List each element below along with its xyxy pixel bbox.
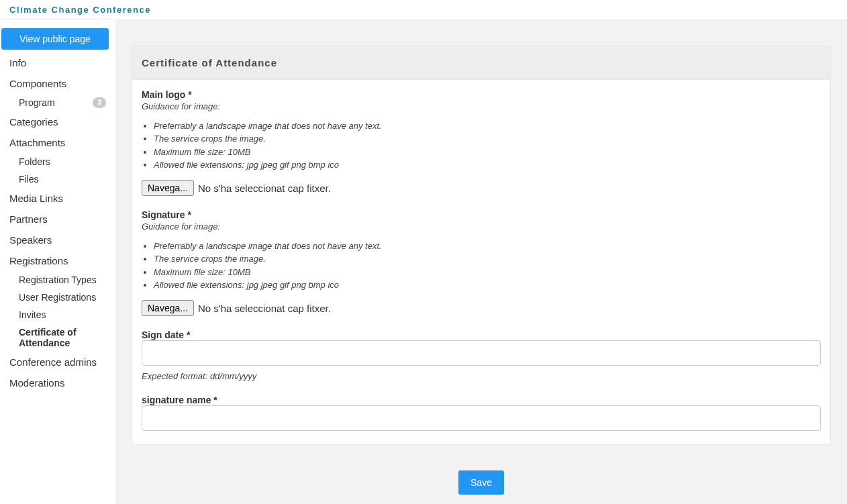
program-badge: 3 [93,97,106,108]
signature-file-status: No s'ha seleccionat cap fitxer. [198,303,331,314]
sign-date-help: Expected format: dd/mm/yyyy [142,371,821,381]
sidebar: View public page Info Components Program… [0,20,115,504]
card-title: Certificate of Attendance [132,46,830,80]
form-actions: Save [132,470,831,495]
sidebar-item-files[interactable]: Files [0,170,115,188]
sidebar-item-user-registrations[interactable]: User Registrations [0,289,115,306]
sidebar-item-registration-types[interactable]: Registration Types [0,271,115,289]
signature-name-label: signature name [142,395,821,405]
required-indicator [211,395,217,405]
signature-file-row: Navega... No s'ha seleccionat cap fitxer… [142,300,821,316]
sidebar-item-components[interactable]: Components [0,73,115,94]
sidebar-item-label: Files [19,174,39,185]
sidebar-item-label: Invites [19,309,46,320]
guidance-item: Preferrably a landscape image that does … [154,121,821,132]
brand-title[interactable]: Climate Change Conference [9,5,151,15]
sidebar-item-partners[interactable]: Partners [0,209,115,230]
sidebar-item-folders[interactable]: Folders [0,153,115,170]
sidebar-item-registrations[interactable]: Registrations [0,250,115,271]
main-logo-file-status: No s'ha seleccionat cap fitxer. [198,183,331,194]
sidebar-item-label: Certificate of Attendance [19,327,106,348]
sidebar-item-certificate-of-attendance[interactable]: Certificate of Attendance [0,323,115,352]
signature-name-group: signature name [142,395,821,431]
sidebar-item-categories[interactable]: Categories [0,111,115,132]
signature-label: Signature [142,209,821,220]
main-logo-guidance-list: Preferrably a landscape image that does … [142,121,821,170]
view-public-page-button[interactable]: View public page [1,28,109,50]
main-content: Certificate of Attendance Main logo Guid… [115,20,847,504]
sign-date-input[interactable] [142,340,821,366]
main-logo-label: Main logo [142,89,821,100]
sidebar-item-conference-admins[interactable]: Conference admins [0,352,115,372]
guidance-item: Allowed file extensions: jpg jpeg gif pn… [154,280,821,291]
required-indicator [185,209,191,220]
sign-date-label: Sign date [142,330,821,340]
signature-group: Signature Guidance for image: Preferrabl… [142,209,821,316]
sidebar-item-label: User Registrations [19,292,96,303]
sidebar-item-program[interactable]: Program 3 [0,94,115,111]
main-logo-group: Main logo Guidance for image: Preferrabl… [142,89,821,196]
sidebar-item-label: Program [19,97,55,108]
topbar: Climate Change Conference [0,0,847,20]
sidebar-nav: Info Components Program 3 Categories Att… [0,52,115,393]
guidance-item: Maximum file size: 10MB [154,267,821,278]
signature-name-input[interactable] [142,405,821,431]
signature-guidance-list: Preferrably a landscape image that does … [142,241,821,291]
sidebar-item-invites[interactable]: Invites [0,306,115,323]
main-logo-file-row: Navega... No s'ha seleccionat cap fitxer… [142,180,821,196]
required-indicator [185,89,191,100]
sidebar-item-moderations[interactable]: Moderations [0,372,115,393]
layout: View public page Info Components Program… [0,20,847,504]
sidebar-item-media-links[interactable]: Media Links [0,188,115,209]
guidance-item: The service crops the image. [154,134,821,144]
signature-browse-button[interactable]: Navega... [142,300,194,316]
card-body: Main logo Guidance for image: Preferrabl… [132,80,830,444]
guidance-item: Maximum file size: 10MB [154,147,821,158]
required-indicator [184,330,190,340]
main-logo-browse-button[interactable]: Navega... [142,180,194,196]
sign-date-group: Sign date Expected format: dd/mm/yyyy [142,330,821,381]
signature-guidance-title: Guidance for image: [142,221,821,232]
sidebar-item-label: Folders [19,156,50,167]
sidebar-item-speakers[interactable]: Speakers [0,230,115,250]
save-button[interactable]: Save [458,470,504,495]
sidebar-item-label: Registration Types [19,274,97,285]
guidance-item: The service crops the image. [154,254,821,264]
sidebar-item-attachments[interactable]: Attachments [0,132,115,153]
guidance-item: Allowed file extensions: jpg jpeg gif pn… [154,160,821,170]
main-logo-guidance-title: Guidance for image: [142,101,821,111]
sidebar-item-info[interactable]: Info [0,52,115,73]
guidance-item: Preferrably a landscape image that does … [154,241,821,252]
certificate-card: Certificate of Attendance Main logo Guid… [132,46,831,445]
